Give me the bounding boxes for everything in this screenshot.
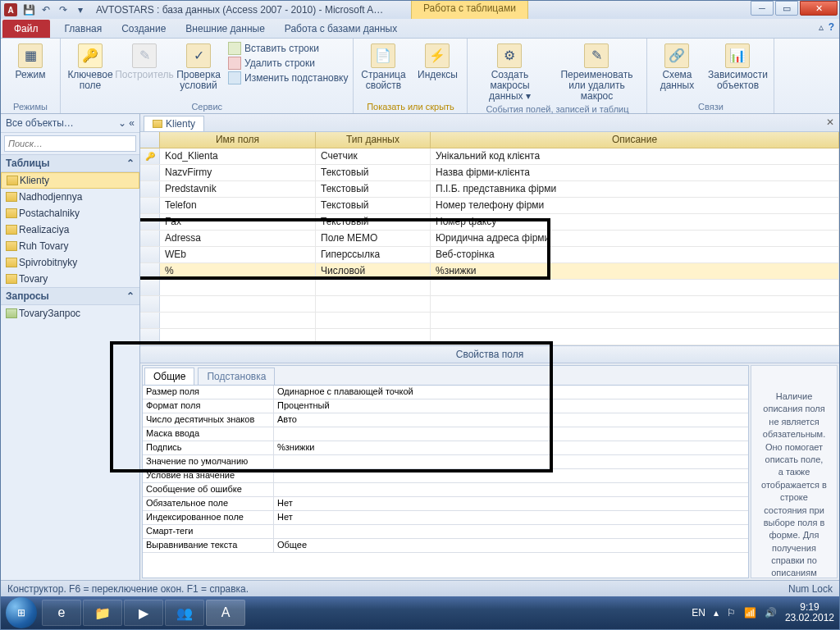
window-title: AVTOSTARS : база данных (Access 2007 - 2… [96,4,383,16]
qat-undo-icon[interactable]: ↶ [38,2,54,17]
field-row[interactable]: NazvFirmyТекстовыйНазва фірми-клієнта [140,165,839,181]
tray-net-icon[interactable]: 📶 [744,607,756,619]
nav-query-tovaryзапрос[interactable]: TovaryЗапрос [1,305,139,322]
field-row[interactable]: 🔑Kod_KlientaСчетчикУнікальний код клієнт… [140,148,839,165]
doc-tab-klienty[interactable]: Klienty [144,116,204,131]
dependencies-button[interactable]: 📊Зависимости объектов [706,42,769,91]
prop-row[interactable]: Сообщение об ошибке [143,483,748,497]
nav-table-realizaciya[interactable]: Realizaciya [1,221,139,238]
property-sheet-button[interactable]: 📄Страница свойств [358,42,408,91]
qat-save-icon[interactable]: 💾 [21,2,37,17]
design-grid[interactable]: 🔑Kod_KlientaСчетчикУнікальний код клієнт… [140,148,839,345]
field-properties: Общие Подстановка Размер поляОдинарное с… [142,365,749,578]
taskbar-explorer[interactable]: 📁 [83,600,122,626]
chevron-down-icon[interactable]: ⌄ « [118,117,135,129]
tab-create[interactable]: Создание [112,20,176,38]
status-numlock: Num Lock [788,583,833,595]
minimize-ribbon-icon[interactable]: ▵ [819,21,824,33]
field-row[interactable]: FaxТекстовыйНомер факсу [140,214,839,231]
prop-row[interactable]: Подпись%знижки [143,441,748,455]
taskbar-access[interactable]: A [206,600,245,626]
nav-table-tovary[interactable]: Tovary [1,271,139,287]
prop-row[interactable]: Значение по умолчанию [143,455,748,469]
tray-vol-icon[interactable]: 🔊 [765,607,777,619]
start-button[interactable]: ⊞ [6,597,37,628]
props-tab-general[interactable]: Общие [144,368,194,385]
rename-macro-button[interactable]: ✎Переименовать или удалить макрос [551,42,641,103]
prop-row[interactable]: Условие на значение [143,469,748,483]
field-row[interactable]: AdressaПоле МЕМОЮридична адреса фірми [140,231,839,247]
tab-dbtools[interactable]: Работа с базами данных [275,20,407,38]
navigation-pane: Все объекты…⌄ « Таблицы⌃ KlientyNadhodje… [1,114,140,580]
qat-dropdown-icon[interactable]: ▾ [72,2,89,17]
prop-row[interactable]: Обязательное полеНет [143,497,748,511]
indexes-button[interactable]: ⚡Индексы [413,42,462,80]
insert-rows-button[interactable]: Вставить строки [228,42,348,55]
qat-redo-icon[interactable]: ↷ [55,2,71,17]
context-tab-title: Работа с таблицами [423,2,516,14]
document-tabbar: Klienty ✕ [140,114,839,132]
taskbar-msn[interactable]: 👥 [165,600,204,626]
prop-row[interactable]: Маска ввода [143,427,748,441]
close-tab-icon[interactable]: ✕ [826,116,834,128]
ribbon-tabs: Файл Главная Создание Внешние данные Раб… [1,19,839,39]
taskbar-wmp[interactable]: ▶ [124,600,163,626]
nav-search-input[interactable] [4,135,136,152]
nav-group-queries[interactable]: Запросы⌃ [1,287,139,305]
primary-key-button[interactable]: 🔑Ключевое поле [66,42,115,91]
group-showhide-label: Показать или скрыть [358,100,462,113]
nav-table-klienty[interactable]: Klienty [1,172,139,189]
app-logo: A [4,3,17,16]
tray-up-icon[interactable]: ▴ [714,607,719,619]
prop-row[interactable]: Индексированное полеНет [143,511,748,525]
close-button[interactable]: ✕ [800,1,838,16]
maximize-button[interactable]: ▭ [775,1,798,16]
nav-table-postachalniky[interactable]: Postachalniky [1,205,139,221]
taskbar-ie[interactable]: e [42,600,81,626]
builder-button: ✎Построитель [120,42,169,80]
minimize-button[interactable]: ─ [751,1,774,16]
tray-lang[interactable]: EN [692,607,705,619]
nav-header[interactable]: Все объекты…⌄ « [1,114,139,133]
prop-row[interactable]: Смарт-теги [143,525,748,539]
props-tab-lookup[interactable]: Подстановка [198,368,275,385]
table-icon [153,120,162,128]
props-title: Свойства поля [140,345,839,363]
prop-row[interactable]: Выравнивание текстаОбщее [143,539,748,553]
nav-table-nadhodjennya[interactable]: Nadhodjennya [1,189,139,205]
group-relations-label: Связи [652,100,769,113]
tab-external[interactable]: Внешние данные [176,20,275,38]
delete-rows-button[interactable]: Удалить строки [228,57,348,70]
taskbar: ⊞ e 📁 ▶ 👥 A EN ▴ ⚐ 📶 🔊 9:19 23.02.2012 [1,596,839,629]
group-tools-label: Сервис [66,100,348,113]
field-row[interactable]: WEbГиперссылкаВеб-сторінка [140,247,839,263]
status-text: Конструктор. F6 = переключение окон. F1 … [7,583,249,595]
col-fieldname[interactable]: Имя поля [160,132,316,148]
prop-row[interactable]: Формат поляПроцентный [143,399,748,413]
prop-row[interactable]: Размер поляОдинарное с плавающей точкой [143,386,748,399]
modify-lookup-button[interactable]: Изменить подстановку [228,71,348,84]
col-datatype[interactable]: Тип данных [316,132,431,148]
help-icon[interactable]: ? [829,21,834,33]
file-tab[interactable]: Файл [2,20,50,38]
prop-row[interactable]: Число десятичных знаковАвто [143,413,748,427]
view-button[interactable]: ▦Режим [6,42,55,80]
tray-flag-icon[interactable]: ⚐ [727,607,736,619]
test-rules-button[interactable]: ✓Проверка условий [174,42,223,91]
field-row[interactable]: TelefonТекстовыйНомер телефону фірми [140,198,839,214]
nav-table-spivrobitnyky[interactable]: Spivrobitnyky [1,254,139,271]
relationships-button[interactable]: 🔗Схема данных [652,42,701,91]
nav-group-tables[interactable]: Таблицы⌃ [1,154,139,172]
titlebar: A 💾 ↶ ↷ ▾ AVTOSTARS : база данных (Acces… [1,1,839,19]
create-macros-button[interactable]: ⚙Создать макросы данных ▾ [472,42,546,103]
statusbar: Конструктор. F6 = переключение окон. F1 … [1,580,839,596]
group-views-label: Режимы [6,100,55,113]
grid-header: Имя поля Тип данных Описание [140,132,839,148]
tab-home[interactable]: Главная [55,20,112,38]
field-row[interactable]: PredstavnikТекстовыйП.І.Б. представника … [140,181,839,198]
col-description[interactable]: Описание [431,132,839,148]
field-row[interactable]: %Числовой%знижки [140,263,839,280]
nav-table-ruh tovary[interactable]: Ruh Tovary [1,238,139,254]
tray-clock[interactable]: 9:19 23.02.2012 [785,602,834,623]
props-hint: Наличие описания поля не является обязат… [751,365,838,578]
